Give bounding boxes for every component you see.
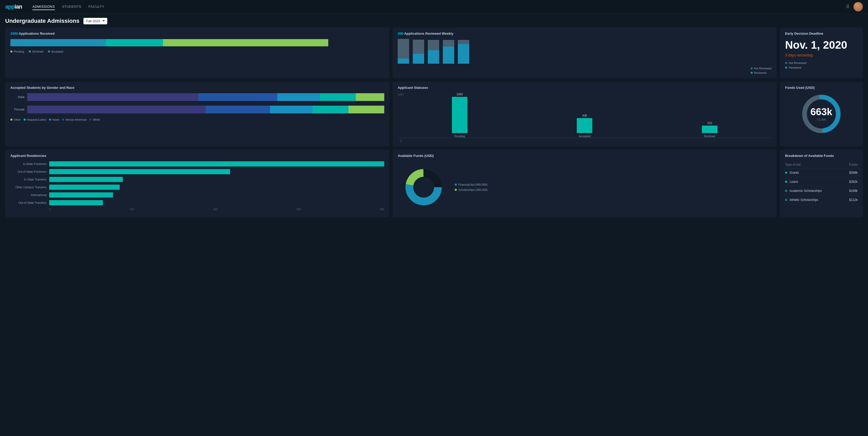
wb-reviewed-1 [398, 59, 409, 64]
pending-dot [10, 51, 12, 53]
nav-students[interactable]: STUDENTS [62, 3, 81, 10]
grb-other-male [356, 93, 384, 101]
financial-dot [455, 183, 457, 186]
hbar-label-3: Other Campus Transfers [10, 186, 46, 189]
hbar-label-2: In-State Transfers [10, 178, 46, 181]
gr-row-female: Female [10, 106, 384, 113]
not-reviewed-dot [751, 67, 753, 69]
amount-loans: $392k [844, 177, 858, 187]
hbar-label-5: Out-of-State Transfers [10, 201, 46, 204]
status-val-accepted: 436 [582, 114, 587, 117]
hbar-out-state-transfers: Out-of-State Transfers [10, 200, 384, 205]
grb-hispanic-male [320, 93, 356, 101]
semester-select[interactable]: Fall 2020 [84, 18, 107, 24]
hbar-track-3 [49, 185, 384, 190]
amount-academic: $168k [844, 187, 858, 196]
grb-asian-male [277, 93, 320, 101]
weekly-bars [398, 39, 772, 64]
residencies-title: Applicant Residencies [10, 154, 384, 158]
donut-wrap: 663k / 1.4m [785, 93, 858, 135]
hbar-other-campus: Other Campus Transfers [10, 185, 384, 190]
legend-other: Other [10, 118, 21, 121]
athletic-dot [785, 199, 787, 201]
legend-reviewed: Reviewed [751, 71, 772, 74]
weekly-review-card: 200 Applications Reviewed Weekly [393, 28, 777, 78]
legend-not-reviewed: Not Reviewed [751, 67, 772, 70]
gr-label-female: Female [10, 108, 25, 111]
nav-links: ADMISSIONS STUDENTS FACULTY [32, 3, 846, 10]
col-funds: Funds [844, 161, 858, 168]
status-val-pending: 1050 [457, 93, 463, 96]
avail-funds-inner: Financial Aid (980,000) Scholarships (28… [398, 161, 772, 213]
deadline-remaining: 3 days remaining [785, 53, 858, 57]
weekly-bar-1 [398, 39, 409, 64]
hbar-fill-2 [49, 177, 123, 182]
wb-not-reviewed-2 [413, 40, 424, 54]
hbar-label-0: In-State Freshmen [10, 162, 46, 165]
hbar-fill-0 [49, 161, 384, 166]
white-dot [89, 119, 91, 121]
deadline-reviewed-dot [785, 67, 787, 69]
pie-legend-scholarships: Scholarships (280,000) [455, 188, 488, 191]
african-dot [62, 119, 64, 121]
grb-hispanic-female [313, 106, 348, 113]
loans-dot [785, 181, 787, 183]
user-avatar[interactable] [854, 2, 863, 11]
deadline-legend-not-reviewed: Not Reviewed [785, 61, 858, 64]
wb-not-reviewed-3 [428, 40, 439, 50]
gender-race-chart: Male Female [10, 93, 384, 113]
funds-used-title: Funds Used (USD) [785, 86, 858, 90]
academic-dot [785, 190, 787, 192]
deadline-title: Early Decision Deadline [785, 32, 858, 35]
deadline-legend-reviewed: Reviewed [785, 66, 858, 69]
weekly-legend: Not Reviewed Reviewed [751, 67, 772, 74]
type-academic: Academic Scholarships [785, 187, 844, 196]
table-row: Academic Scholarships $168k [785, 187, 858, 196]
nav-admissions[interactable]: ADMISSIONS [32, 3, 55, 10]
other-dot [10, 119, 12, 121]
residencies-card: Applicant Residencies In-State Freshmen … [5, 149, 390, 217]
type-loans: Loans [785, 177, 844, 187]
weekly-bar-4 [443, 40, 454, 64]
wb-not-reviewed-4 [443, 40, 454, 46]
hbar-in-state-freshmen: In-State Freshmen [10, 161, 384, 166]
grid-icon[interactable]: ⠿ [846, 4, 849, 9]
weekly-bar-2 [413, 40, 424, 64]
accepted-dot [48, 51, 50, 53]
statuses-chart-wrap: 1050 1050 Pending 436 Accepted 215 [398, 93, 772, 142]
hbar-xaxis: 0 200 400 600 800 [10, 208, 384, 211]
nav-right: ⠿ [846, 2, 863, 11]
stacked-bar [10, 39, 328, 46]
hbar-out-state-freshmen: Out-of-State Freshmen [10, 169, 384, 174]
legend-accepted: Accepted [48, 50, 63, 53]
legend-declined: Declined [29, 50, 43, 53]
hbar-international: International [10, 192, 384, 198]
app-logo: appian [5, 3, 22, 10]
hbar-label-1: Out-of-State Freshmen [10, 170, 46, 173]
gr-row-male: Male [10, 93, 384, 101]
hbar-track-5 [49, 200, 384, 205]
navigation: appian ADMISSIONS STUDENTS FACULTY ⠿ [0, 0, 868, 13]
hispanic-dot [24, 119, 26, 121]
status-chart: 1050 Pending 436 Accepted 215 Declined [398, 97, 772, 138]
wb-reviewed-5 [458, 44, 469, 64]
deadline-legend: Not Reviewed Reviewed [785, 61, 858, 69]
funds-used-total: / 1.4m [810, 118, 833, 122]
grb-other-female [348, 106, 384, 113]
wb-reviewed-4 [443, 46, 454, 64]
table-row: Loans $392k [785, 177, 858, 187]
nav-faculty[interactable]: FACULTY [89, 3, 104, 10]
gender-race-card: Accepted Students by Gender and Race Mal… [5, 81, 390, 146]
status-group-declined: 215 Declined [650, 122, 769, 138]
bar-accepted [10, 39, 106, 46]
grants-dot [785, 172, 787, 174]
col-type: Type of Aid [785, 161, 844, 168]
gender-race-legend: Other Hispanic/Latino Asian African Amer… [10, 118, 384, 121]
hbar-fill-5 [49, 200, 103, 205]
applications-title: 1500 Applications Received [10, 32, 384, 35]
asian-dot [49, 119, 51, 121]
stacked-bar-wrap [10, 39, 384, 46]
applications-received-card: 1500 Applications Received Pending Decli… [5, 28, 390, 78]
weekly-title: 200 Applications Reviewed Weekly [398, 32, 772, 35]
bar-legend: Pending Declined Accepted [10, 50, 384, 53]
